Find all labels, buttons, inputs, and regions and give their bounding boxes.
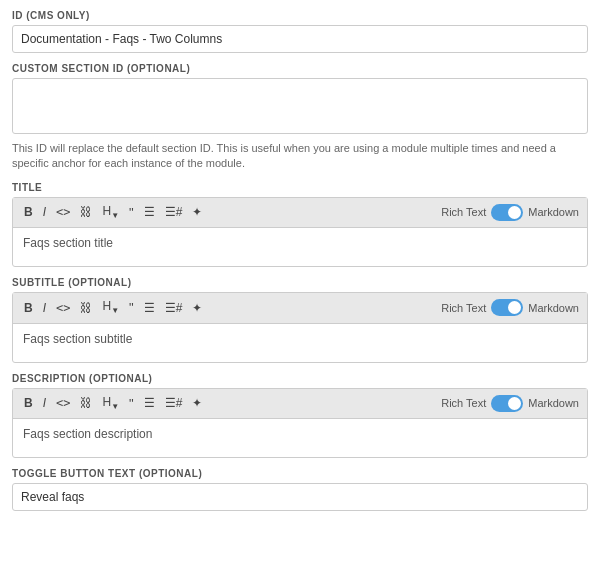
description-heading-btn[interactable]: H▼ <box>99 394 122 413</box>
id-cms-label: ID (CMS ONLY) <box>12 10 588 21</box>
description-ol-btn[interactable]: ☰# <box>162 395 186 411</box>
subtitle-link-btn[interactable]: ⛓ <box>77 300 95 316</box>
description-toggle-left: Rich Text <box>441 397 486 409</box>
id-cms-section: ID (CMS ONLY) <box>12 10 588 53</box>
description-toggle-right: Markdown <box>528 397 579 409</box>
description-label: DESCRIPTION (OPTIONAL) <box>12 373 588 384</box>
description-editor: B I <> ⛓ H▼ " ☰ ☰# ✦ Rich Text Markdown … <box>12 388 588 458</box>
subtitle-plus-btn[interactable]: ✦ <box>189 300 205 316</box>
title-heading-btn[interactable]: H▼ <box>99 203 122 222</box>
subtitle-content[interactable]: Faqs section subtitle <box>13 324 587 362</box>
subtitle-section: SUBTITLE (OPTIONAL) B I <> ⛓ H▼ " ☰ ☰# ✦… <box>12 277 588 362</box>
title-toolbar: B I <> ⛓ H▼ " ☰ ☰# ✦ Rich Text Markdown <box>13 198 587 228</box>
title-ol-btn[interactable]: ☰# <box>162 204 186 220</box>
subtitle-heading-btn[interactable]: H▼ <box>99 298 122 317</box>
description-quote-btn[interactable]: " <box>126 395 137 412</box>
description-content[interactable]: Faqs section description <box>13 419 587 457</box>
description-plus-btn[interactable]: ✦ <box>189 395 205 411</box>
description-toggle-switch[interactable] <box>491 395 523 412</box>
subtitle-toggle-left: Rich Text <box>441 302 486 314</box>
subtitle-ul-btn[interactable]: ☰ <box>141 300 158 316</box>
title-section: TITLE B I <> ⛓ H▼ " ☰ ☰# ✦ Rich Text Mar… <box>12 182 588 267</box>
title-label: TITLE <box>12 182 588 193</box>
description-italic-btn[interactable]: I <box>40 395 49 411</box>
title-quote-btn[interactable]: " <box>126 204 137 221</box>
subtitle-toolbar: B I <> ⛓ H▼ " ☰ ☰# ✦ Rich Text Markdown <box>13 293 587 323</box>
id-cms-input[interactable] <box>12 25 588 53</box>
title-code-btn[interactable]: <> <box>53 204 73 220</box>
subtitle-quote-btn[interactable]: " <box>126 299 137 316</box>
custom-section-id-input[interactable] <box>12 78 588 134</box>
title-bold-btn[interactable]: B <box>21 204 36 220</box>
subtitle-toggle-right: Markdown <box>528 302 579 314</box>
toggle-button-text-input[interactable] <box>12 483 588 511</box>
title-editor: B I <> ⛓ H▼ " ☰ ☰# ✦ Rich Text Markdown … <box>12 197 588 267</box>
title-toggle-right: Markdown <box>528 206 579 218</box>
title-toggle-switch[interactable] <box>491 204 523 221</box>
title-toggle-left: Rich Text <box>441 206 486 218</box>
subtitle-bold-btn[interactable]: B <box>21 300 36 316</box>
subtitle-label: SUBTITLE (OPTIONAL) <box>12 277 588 288</box>
toggle-button-text-label: TOGGLE BUTTON TEXT (OPTIONAL) <box>12 468 588 479</box>
title-content[interactable]: Faqs section title <box>13 228 587 266</box>
description-bold-btn[interactable]: B <box>21 395 36 411</box>
description-toolbar: B I <> ⛓ H▼ " ☰ ☰# ✦ Rich Text Markdown <box>13 389 587 419</box>
title-italic-btn[interactable]: I <box>40 204 49 220</box>
custom-section-id-helper: This ID will replace the default section… <box>12 141 588 172</box>
title-plus-btn[interactable]: ✦ <box>189 204 205 220</box>
subtitle-ol-btn[interactable]: ☰# <box>162 300 186 316</box>
subtitle-italic-btn[interactable]: I <box>40 300 49 316</box>
subtitle-code-btn[interactable]: <> <box>53 300 73 316</box>
subtitle-toggle-switch[interactable] <box>491 299 523 316</box>
custom-section-id-label: CUSTOM SECTION ID (OPTIONAL) <box>12 63 588 74</box>
subtitle-toggle-group: Rich Text Markdown <box>441 299 579 316</box>
custom-section-id-section: CUSTOM SECTION ID (OPTIONAL) This ID wil… <box>12 63 588 172</box>
description-ul-btn[interactable]: ☰ <box>141 395 158 411</box>
subtitle-editor: B I <> ⛓ H▼ " ☰ ☰# ✦ Rich Text Markdown … <box>12 292 588 362</box>
description-code-btn[interactable]: <> <box>53 395 73 411</box>
description-section: DESCRIPTION (OPTIONAL) B I <> ⛓ H▼ " ☰ ☰… <box>12 373 588 458</box>
title-link-btn[interactable]: ⛓ <box>77 204 95 220</box>
title-ul-btn[interactable]: ☰ <box>141 204 158 220</box>
toggle-button-text-section: TOGGLE BUTTON TEXT (OPTIONAL) <box>12 468 588 511</box>
description-link-btn[interactable]: ⛓ <box>77 395 95 411</box>
description-toggle-group: Rich Text Markdown <box>441 395 579 412</box>
title-toggle-group: Rich Text Markdown <box>441 204 579 221</box>
